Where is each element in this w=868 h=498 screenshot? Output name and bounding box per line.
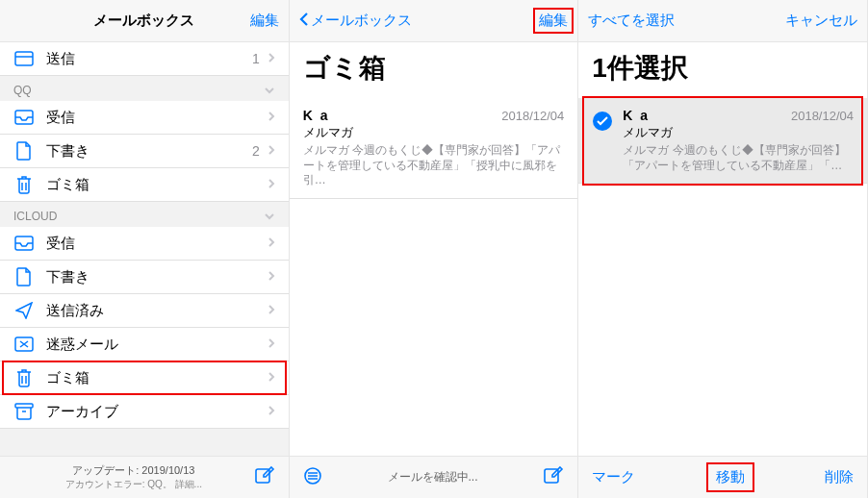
page-title: 1件選択 [578, 42, 867, 98]
mailbox-label: アーカイブ [46, 403, 268, 421]
page-title: ゴミ箱 [290, 42, 578, 98]
cancel-button[interactable]: キャンセル [785, 12, 857, 30]
footer-update-text: アップデート: 2019/10/13 [13, 463, 254, 478]
junk-icon [13, 336, 35, 352]
mailbox-label: 下書き [46, 142, 252, 161]
group-label: QQ [13, 84, 32, 97]
compose-icon[interactable] [543, 465, 564, 489]
header-bar: メールボックス 編集 [290, 0, 578, 42]
mail-sender: K a [623, 108, 650, 123]
mailbox-icloud-trash[interactable]: ゴミ箱 [0, 361, 289, 395]
chevron-right-icon [268, 370, 275, 386]
checkbox-checked-icon[interactable] [592, 111, 613, 132]
mailbox-label: 受信 [46, 235, 268, 253]
chevron-right-icon [268, 110, 275, 125]
chevron-right-icon [268, 269, 275, 285]
mailbox-label: ゴミ箱 [46, 176, 268, 194]
sent-folder-icon [13, 51, 35, 66]
select-all-button[interactable]: すべてを選択 [588, 12, 675, 30]
mail-sender: K a [303, 108, 330, 123]
footer-error-text[interactable]: アカウントエラー: QQ。 詳細... [13, 478, 254, 491]
drafts-icon [13, 141, 35, 161]
footer-status: メールを確認中... [322, 469, 544, 486]
mailbox-qq-trash[interactable]: ゴミ箱 [0, 168, 289, 202]
count-badge: 1 [252, 51, 260, 66]
header-bar: メールボックス 編集 [0, 0, 289, 42]
inbox-icon [13, 236, 35, 251]
mailbox-label: 送信 [46, 50, 252, 68]
mailbox-label: ゴミ箱 [46, 369, 268, 387]
count-badge: 2 [252, 143, 260, 159]
mailbox-qq-drafts[interactable]: 下書き 2 [0, 135, 289, 168]
edit-button[interactable]: 編集 [250, 12, 279, 30]
mail-date: 2018/12/04 [501, 109, 564, 123]
mail-subject: メルマガ [623, 124, 854, 141]
group-icloud[interactable]: ICLOUD [0, 202, 289, 227]
mailbox-icloud-drafts[interactable]: 下書き [0, 261, 289, 294]
chevron-right-icon [268, 336, 275, 352]
mail-preview: メルマガ 今週のもくじ◆【専門家が回答】「アパートを管理している不動産屋」「授乳… [303, 143, 565, 188]
chevron-right-icon [268, 51, 275, 66]
chevron-right-icon [268, 404, 275, 419]
chevron-right-icon [268, 236, 275, 251]
mailbox-icloud-junk[interactable]: 迷惑メール [0, 328, 289, 361]
page-title: メールボックス [0, 12, 289, 30]
compose-icon[interactable] [254, 465, 275, 489]
back-button[interactable]: メールボックス [299, 12, 412, 30]
footer-bar: アップデート: 2019/10/13 アカウントエラー: QQ。 詳細... [0, 456, 289, 498]
trash-icon [13, 175, 35, 194]
chevron-back-icon [299, 12, 309, 30]
mailbox-sent[interactable]: 送信 1 [0, 42, 289, 76]
chevron-right-icon [268, 303, 275, 318]
header-bar: すべてを選択 キャンセル [578, 0, 867, 42]
mail-list-item[interactable]: K a 2018/12/04 メルマガ メルマガ 今週のもくじ◆【専門家が回答】… [290, 98, 578, 199]
delete-button[interactable]: 削除 [825, 468, 854, 486]
chevron-right-icon [268, 143, 275, 159]
mailbox-label: 受信 [46, 109, 268, 127]
trash-pane: メールボックス 編集 ゴミ箱 K a 2018/12/04 メルマガ メルマガ … [290, 0, 579, 498]
mailbox-label: 下書き [46, 268, 268, 286]
mailbox-label: 迷惑メール [46, 336, 268, 354]
back-label: メールボックス [311, 12, 412, 30]
mailbox-qq-inbox[interactable]: 受信 [0, 101, 289, 135]
footer-bar: メールを確認中... [290, 456, 578, 498]
chevron-down-icon [264, 84, 275, 97]
mailboxes-pane: メールボックス 編集 送信 1 QQ 受信 下書き 2 [0, 0, 290, 498]
trash-icon [13, 368, 35, 387]
edit-button[interactable]: 編集 [539, 12, 568, 30]
svg-rect-4 [15, 404, 33, 408]
group-label: ICLOUD [13, 210, 57, 223]
footer-bar: マーク 移動 削除 [578, 456, 867, 498]
inbox-icon [13, 110, 35, 125]
mark-button[interactable]: マーク [592, 468, 635, 486]
mail-date: 2018/12/04 [791, 109, 854, 123]
mailbox-icloud-archive[interactable]: アーカイブ [0, 395, 289, 429]
drafts-icon [13, 267, 35, 286]
chevron-down-icon [264, 210, 275, 223]
mail-subject: メルマガ [303, 124, 565, 141]
archive-icon [13, 403, 35, 420]
mail-preview: メルマガ 今週のもくじ◆【専門家が回答】「アパートを管理している不動産屋」「… [623, 143, 854, 173]
mailbox-icloud-sent[interactable]: 送信済み [0, 294, 289, 328]
mailbox-label: 送信済み [46, 302, 268, 320]
paper-plane-icon [13, 302, 35, 319]
mailbox-icloud-inbox[interactable]: 受信 [0, 227, 289, 261]
move-button[interactable]: 移動 [716, 468, 745, 485]
filter-icon[interactable] [303, 466, 322, 488]
selection-pane: すべてを選択 キャンセル 1件選択 K a 2018/12/04 メルマガ メル… [578, 0, 868, 498]
svg-rect-0 [15, 52, 33, 65]
mail-list-item-selected[interactable]: K a 2018/12/04 メルマガ メルマガ 今週のもくじ◆【専門家が回答】… [578, 98, 867, 184]
group-qq[interactable]: QQ [0, 76, 289, 101]
chevron-right-icon [268, 177, 275, 192]
